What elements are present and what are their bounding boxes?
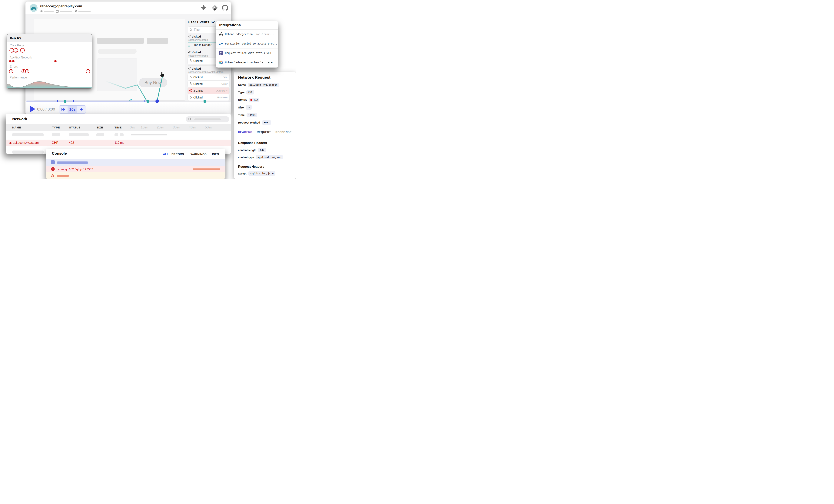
timeline-playhead[interactable] [155, 100, 159, 103]
skip-forward-button[interactable] [78, 106, 86, 113]
event-visited-2[interactable]: Visited [192, 51, 201, 54]
visited-icon [188, 35, 191, 38]
timeline-track-played[interactable] [26, 101, 157, 102]
search-icon [188, 117, 192, 121]
click-icon [189, 75, 192, 79]
header-value: 642 [258, 148, 266, 152]
performance-chart [7, 80, 92, 88]
error-icon[interactable] [86, 69, 90, 73]
field-value: POST [262, 120, 271, 125]
error-icon[interactable] [9, 69, 14, 73]
integrations-title: Integrations [219, 23, 241, 27]
request-type: XHR [52, 141, 59, 145]
xray-title: X-RAY [9, 36, 22, 40]
error-icon[interactable] [25, 69, 29, 73]
xray-panel: X-RAY Click Rage 4xx-5xx Network Errors [7, 34, 92, 88]
tabs-underline-active [238, 136, 253, 136]
integration-row-datadog[interactable]: Request failed with status 500 [216, 48, 278, 58]
field-value: 119ms [246, 113, 257, 117]
network-errors-label: 4xx-5xx Network [9, 56, 32, 59]
network-error-dot[interactable] [54, 60, 57, 62]
timeline-log-marker[interactable] [64, 100, 66, 103]
request-headers-title: Request Headers [238, 165, 264, 169]
console-log-info[interactable]: i [46, 159, 225, 166]
field-value: 422 [254, 98, 258, 101]
slack-icon[interactable] [200, 5, 206, 10]
divider [238, 162, 292, 162]
errors-label: Errors [9, 65, 18, 68]
timeline-event-tick[interactable] [73, 100, 74, 102]
field-value: api.ecom.xyz/search [248, 83, 279, 87]
browser-icon [56, 9, 59, 13]
clock-icon [40, 10, 43, 13]
network-row-skeleton [6, 131, 231, 139]
console-log-warning[interactable] [46, 172, 225, 179]
session-duration-skeleton [44, 11, 54, 12]
integration-row-sentry[interactable]: UnhandledRejection: Non-Error... [216, 29, 278, 39]
timeline-event-tick[interactable] [121, 100, 121, 102]
rollbar-icon [219, 41, 223, 46]
timeline-log-marker[interactable] [147, 100, 149, 103]
rage-face-icon[interactable] [14, 48, 18, 53]
tab-response[interactable]: RESPONSE [276, 131, 292, 134]
event-clicked-label: Clicked [193, 59, 203, 62]
header-content-type: content-type application/json [238, 155, 283, 159]
event-rage-clicks[interactable]: 3 Clicks Quantity + [188, 88, 229, 94]
field-label: Type [238, 91, 244, 94]
location-pin-icon [74, 9, 77, 13]
github-icon[interactable] [222, 5, 228, 11]
field-name: Name api.ecom.xyz/search [238, 83, 279, 87]
event-clicked-color[interactable]: Clicked Color [188, 81, 229, 87]
network-error-dot[interactable] [9, 60, 12, 62]
header-label: content-type [238, 156, 254, 159]
play-button[interactable] [30, 106, 35, 113]
session-location-skeleton [78, 11, 91, 12]
console-panel: Console ALL ERRORS WARNINGS INFO i ! eco… [46, 149, 225, 179]
col-time[interactable]: TIME [114, 126, 122, 129]
timeline-track-remaining[interactable] [157, 101, 231, 102]
response-headers-title: Response Headers [238, 141, 267, 145]
col-status[interactable]: STATUS [69, 126, 81, 129]
console-tab-all[interactable]: ALL [163, 152, 169, 156]
field-type: Type XHR [238, 90, 254, 94]
console-tab-info[interactable]: INFO [212, 152, 219, 156]
performance-label: Performance [9, 76, 27, 79]
network-row-error[interactable]: api.ecom.xyz/search XHR 422 -- 119 ms [6, 139, 231, 146]
network-error-dot[interactable] [12, 60, 15, 62]
console-tab-warnings[interactable]: WARNINGS [191, 152, 206, 156]
timeline-log-marker[interactable] [203, 100, 206, 103]
console-log-error[interactable]: ! ecom.xyz/a213qh.js:123987 [46, 166, 225, 172]
event-visited-3[interactable]: Visited [192, 67, 201, 70]
col-type[interactable]: TYPE [52, 126, 60, 129]
skip-forward-icon [80, 108, 84, 111]
console-tab-errors[interactable]: ERRORS [172, 152, 184, 156]
col-name[interactable]: NAME [12, 126, 21, 129]
user-events-title: User Events 62 [188, 20, 215, 24]
event-visited-1-path: /category/wearable [188, 39, 208, 41]
event-label: 3 Clicks [193, 89, 203, 92]
event-clicked-size[interactable]: Clicked Size [188, 74, 229, 80]
integration-row-elastic[interactable]: Unhandledrejection handler rece.. [216, 58, 278, 67]
integration-row-rollbar[interactable]: Permission denied to access pro... [216, 39, 278, 48]
field-status: Status 422 [238, 98, 259, 102]
visited-icon [188, 51, 191, 54]
network-search[interactable] [186, 116, 229, 123]
skip-controls: 10s [59, 105, 86, 113]
player-controls: 0:00 / 0:00 10s CONSOLE NETWORK PERFORMA… [25, 103, 231, 115]
rage-face-icon[interactable] [20, 48, 25, 53]
network-table-header: NAME TYPE STATUS SIZE TIME 0ms 10ms 20ms… [6, 124, 231, 131]
header-label: content-length [238, 149, 256, 152]
time-to-render-label[interactable]: Time to Render [192, 43, 212, 46]
click-icon [189, 59, 192, 62]
timeline-event-tick[interactable] [57, 100, 58, 102]
event-clicked-buy-now[interactable]: Clicked Buy Now [188, 94, 229, 101]
search-placeholder-skeleton [194, 118, 221, 120]
skip-back-button[interactable] [59, 106, 68, 113]
tab-headers[interactable]: HEADERS [238, 131, 252, 134]
skip-interval[interactable]: 10s [68, 106, 78, 113]
tab-request[interactable]: REQUEST [257, 131, 271, 134]
col-size[interactable]: SIZE [96, 126, 103, 129]
jira-icon[interactable] [212, 4, 218, 11]
timeline-event-tick[interactable] [144, 100, 145, 102]
event-visited-1[interactable]: Visited [192, 35, 201, 38]
